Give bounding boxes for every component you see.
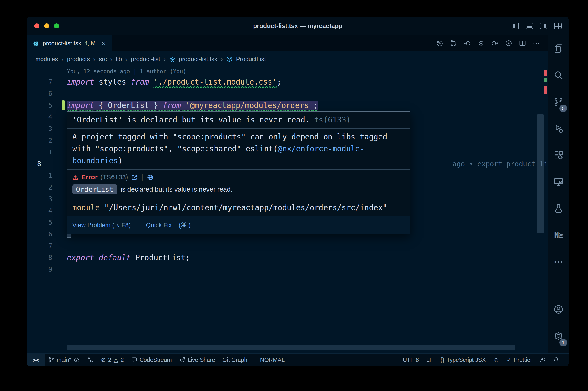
modified-mark — [544, 78, 547, 83]
accounts-button[interactable] — [548, 296, 569, 322]
explorer-button[interactable] — [548, 35, 569, 62]
code-line[interactable]: 5import { OrderList } from '@myreactapp/… — [27, 99, 548, 111]
code-token: ProductList; — [131, 253, 190, 262]
line-number[interactable]: 5 — [48, 217, 52, 228]
line-number[interactable]: 4 — [48, 111, 52, 123]
hover-module-row: module "/Users/juri/nrwl/content/myreact… — [67, 199, 410, 216]
code-line[interactable]: 6 — [27, 88, 548, 99]
notifications-status[interactable] — [549, 354, 563, 366]
line-number[interactable]: 8 — [37, 158, 41, 170]
line-number[interactable]: 3 — [48, 123, 52, 135]
open-problem-icon[interactable] — [131, 174, 138, 181]
problems-status[interactable]: ⊘ 2 △ 2 — [97, 354, 127, 366]
code-line[interactable]: 7 — [27, 240, 548, 252]
breadcrumb-item-src[interactable]: src — [99, 56, 107, 63]
line-number[interactable]: 4 — [48, 205, 52, 217]
window-title: product-list.tsx — myreactapp — [27, 22, 569, 30]
tab-product-list[interactable]: product-list.tsx 4, M × — [27, 35, 112, 51]
toggle-panel-button[interactable] — [526, 23, 533, 29]
close-tab-button[interactable]: × — [101, 40, 106, 47]
breadcrumb-item-products[interactable]: products — [67, 56, 90, 63]
git-graph-label: Git Graph — [222, 357, 247, 363]
remote-indicator[interactable]: >< — [27, 354, 45, 366]
live-share-status[interactable]: Live Share — [175, 354, 219, 366]
line-number[interactable]: 6 — [48, 228, 52, 240]
breadcrumb-separator: › — [164, 56, 166, 63]
nx-rule-link[interactable]: boundaries — [72, 156, 118, 165]
additional-views-button[interactable]: ⋯ — [548, 248, 569, 275]
compare-branch-button[interactable] — [84, 354, 97, 366]
search-web-icon[interactable] — [147, 174, 154, 181]
view-problem-link[interactable]: View Problem (⌥F8) — [72, 219, 131, 231]
line-number[interactable]: 6 — [48, 88, 52, 99]
eol-status[interactable]: LF — [423, 354, 437, 366]
code-editor[interactable]: You, 12 seconds ago | 1 author (You) 7im… — [27, 67, 548, 353]
current-change-button[interactable] — [477, 39, 485, 47]
line-number[interactable]: 2 — [48, 135, 52, 146]
toggle-primary-sidebar-button[interactable] — [511, 23, 519, 29]
breadcrumb-item-symbol[interactable]: ProductList — [236, 56, 266, 63]
line-number[interactable]: 3 — [48, 193, 52, 205]
maximize-window-button[interactable] — [54, 23, 59, 28]
toggle-secondary-sidebar-button[interactable] — [540, 23, 547, 29]
quick-fix-link[interactable]: Quick Fix... (⌘.) — [146, 219, 191, 231]
run-debug-button[interactable] — [548, 115, 569, 142]
branch-status[interactable]: main* — [45, 354, 84, 366]
settings-button[interactable]: 1 — [548, 322, 569, 349]
line-number[interactable]: 8 — [48, 252, 52, 264]
close-window-button[interactable] — [34, 23, 39, 28]
overview-ruler — [544, 67, 547, 353]
remote-explorer-button[interactable] — [548, 168, 569, 195]
breadcrumb-item-file[interactable]: product-list.tsx — [179, 56, 218, 63]
extensions-button[interactable] — [548, 142, 569, 168]
line-number[interactable]: 2 — [48, 182, 52, 193]
run-file-button[interactable] — [505, 39, 512, 47]
run-debug-icon — [553, 123, 564, 134]
timeline-history-button[interactable] — [436, 39, 443, 47]
code-token — [149, 77, 154, 86]
live-share-session-status[interactable] — [536, 354, 549, 366]
source-control-button[interactable]: 5 — [548, 89, 569, 115]
nx-console-button[interactable]: N≥ — [548, 222, 569, 248]
language-mode-status[interactable]: {} TypeScript JSX — [437, 354, 490, 366]
feedback-status[interactable]: ☺ — [490, 354, 503, 366]
vertical-scrollbar[interactable] — [537, 114, 544, 233]
more-actions-button[interactable] — [532, 39, 540, 47]
testing-button[interactable] — [548, 195, 569, 222]
line-number[interactable]: 1 — [48, 146, 52, 158]
line-number[interactable]: 1 — [48, 170, 52, 182]
search-button[interactable] — [548, 62, 569, 89]
git-graph-status[interactable]: Git Graph — [219, 354, 251, 366]
hover-tooltip: 'OrderList' is declared but its value is… — [67, 111, 411, 238]
line-number[interactable]: 9 — [48, 264, 52, 275]
line-number[interactable]: 5 — [48, 99, 52, 111]
minimize-window-button[interactable] — [44, 23, 49, 28]
breadcrumb-separator: › — [110, 56, 112, 63]
split-editor-button[interactable] — [519, 39, 526, 47]
prettier-status[interactable]: ✓ Prettier — [503, 354, 536, 366]
horizontal-scrollbar[interactable] — [67, 345, 515, 350]
compare-changes-button[interactable] — [450, 39, 457, 47]
previous-change-button[interactable] — [464, 39, 471, 47]
breadcrumb-item-lib[interactable]: lib — [116, 56, 122, 63]
react-icon — [169, 56, 175, 62]
code-line[interactable]: 8export default ProductList; — [27, 252, 548, 264]
line-number[interactable]: 7 — [48, 240, 52, 252]
encoding-status[interactable]: UTF-8 — [399, 354, 423, 366]
code-line[interactable]: 9 — [27, 264, 548, 275]
breadcrumb-item-product-list[interactable]: product-list — [131, 56, 160, 63]
nx-rule-link[interactable]: @nx/enforce-module- — [278, 144, 364, 153]
vim-mode-status[interactable]: -- NORMAL -- — [251, 354, 294, 366]
customize-layout-button[interactable] — [554, 23, 562, 29]
code-line[interactable]: 7import styles from './product-list.modu… — [27, 76, 548, 88]
code-token: styles — [94, 77, 131, 86]
gutter: 2 — [27, 182, 67, 193]
warnings-icon: △ — [114, 356, 118, 363]
gitlens-codelens[interactable]: You, 12 seconds ago | 1 author (You) — [67, 67, 186, 76]
next-change-button[interactable] — [491, 39, 499, 47]
error-label: Error — [81, 174, 98, 181]
breadcrumb-item-modules[interactable]: modules — [35, 56, 58, 63]
line-number[interactable]: 7 — [48, 76, 52, 88]
codestream-status[interactable]: CodeStream — [127, 354, 175, 366]
hover-resize-handle[interactable] — [67, 234, 72, 238]
